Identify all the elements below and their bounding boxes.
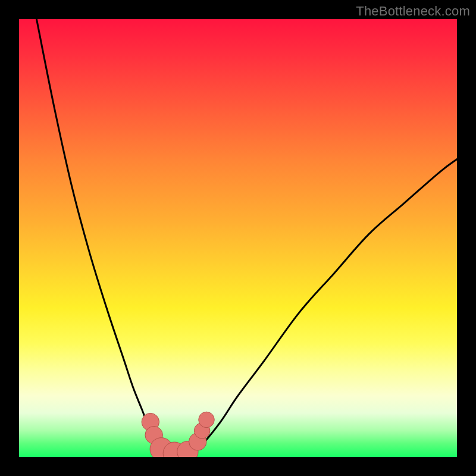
curve-right-branch <box>194 159 457 453</box>
watermark-text: TheBottleneck.com <box>356 4 470 19</box>
curve-left-branch <box>36 19 163 453</box>
marker-point-7 <box>199 412 214 427</box>
chart-svg-layer <box>19 19 457 457</box>
chart-curves <box>36 19 457 455</box>
chart-markers <box>142 412 214 457</box>
chart-frame: TheBottleneck.com <box>0 0 476 476</box>
